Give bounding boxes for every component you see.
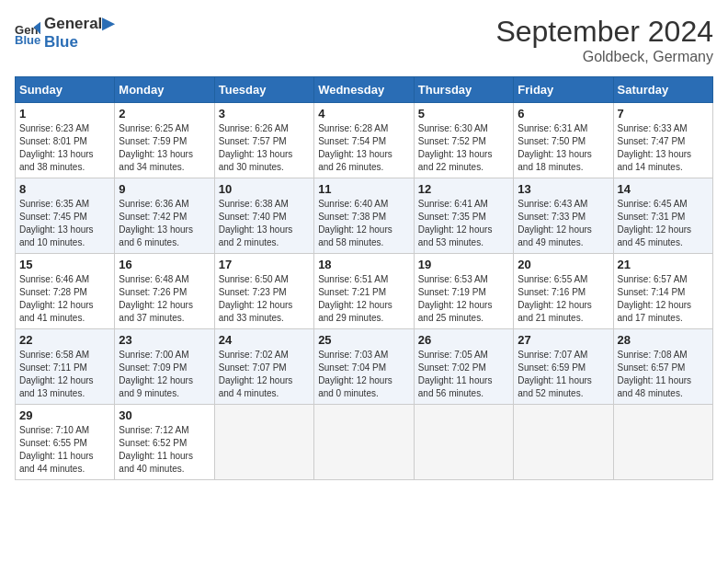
- day-cell: 3Sunrise: 6:26 AM Sunset: 7:57 PM Daylig…: [214, 103, 313, 178]
- day-cell: [214, 405, 313, 480]
- calendar-table: SundayMondayTuesdayWednesdayThursdayFrid…: [15, 76, 713, 480]
- day-info: Sunrise: 7:02 AM Sunset: 7:07 PM Dayligh…: [219, 349, 310, 400]
- day-cell: 5Sunrise: 6:30 AM Sunset: 7:52 PM Daylig…: [414, 103, 513, 178]
- day-number: 30: [119, 408, 210, 422]
- day-cell: 22Sunrise: 6:58 AM Sunset: 7:11 PM Dayli…: [16, 329, 115, 405]
- day-number: 12: [418, 182, 509, 196]
- week-row-4: 22Sunrise: 6:58 AM Sunset: 7:11 PM Dayli…: [16, 329, 713, 405]
- day-number: 20: [518, 258, 609, 271]
- week-row-5: 29Sunrise: 7:10 AM Sunset: 6:55 PM Dayli…: [16, 405, 713, 480]
- day-cell: 21Sunrise: 6:57 AM Sunset: 7:14 PM Dayli…: [613, 254, 712, 329]
- location-title: Goldbeck, Germany: [495, 49, 713, 65]
- day-number: 18: [318, 258, 410, 271]
- day-info: Sunrise: 6:33 AM Sunset: 7:47 PM Dayligh…: [618, 122, 709, 174]
- day-cell: 12Sunrise: 6:41 AM Sunset: 7:35 PM Dayli…: [414, 178, 513, 254]
- day-info: Sunrise: 6:31 AM Sunset: 7:50 PM Dayligh…: [518, 122, 609, 174]
- day-cell: 26Sunrise: 7:05 AM Sunset: 7:02 PM Dayli…: [414, 329, 513, 405]
- day-cell: [613, 405, 712, 480]
- day-number: 8: [19, 182, 110, 196]
- day-info: Sunrise: 6:53 AM Sunset: 7:19 PM Dayligh…: [418, 273, 509, 325]
- day-cell: 18Sunrise: 6:51 AM Sunset: 7:21 PM Dayli…: [314, 254, 415, 329]
- day-number: 7: [618, 107, 709, 121]
- month-title: September 2024: [495, 15, 713, 49]
- day-info: Sunrise: 6:46 AM Sunset: 7:28 PM Dayligh…: [19, 273, 110, 325]
- day-cell: 6Sunrise: 6:31 AM Sunset: 7:50 PM Daylig…: [514, 103, 613, 178]
- day-number: 15: [19, 258, 110, 271]
- col-header-tuesday: Tuesday: [214, 77, 313, 103]
- day-cell: 16Sunrise: 6:48 AM Sunset: 7:26 PM Dayli…: [115, 254, 214, 329]
- day-info: Sunrise: 6:38 AM Sunset: 7:40 PM Dayligh…: [219, 198, 310, 249]
- day-info: Sunrise: 6:57 AM Sunset: 7:14 PM Dayligh…: [618, 273, 709, 325]
- day-cell: [314, 405, 415, 480]
- day-info: Sunrise: 6:35 AM Sunset: 7:45 PM Dayligh…: [19, 198, 110, 249]
- day-info: Sunrise: 7:00 AM Sunset: 7:09 PM Dayligh…: [119, 349, 210, 400]
- day-cell: 4Sunrise: 6:28 AM Sunset: 7:54 PM Daylig…: [314, 103, 415, 178]
- day-number: 1: [19, 107, 110, 121]
- day-info: Sunrise: 6:30 AM Sunset: 7:52 PM Dayligh…: [418, 122, 509, 174]
- day-info: Sunrise: 7:08 AM Sunset: 6:57 PM Dayligh…: [618, 349, 709, 400]
- day-cell: 2Sunrise: 6:25 AM Sunset: 7:59 PM Daylig…: [115, 103, 214, 178]
- day-number: 27: [518, 333, 609, 347]
- day-cell: 23Sunrise: 7:00 AM Sunset: 7:09 PM Dayli…: [115, 329, 214, 405]
- day-info: Sunrise: 7:03 AM Sunset: 7:04 PM Dayligh…: [318, 349, 410, 400]
- day-cell: 19Sunrise: 6:53 AM Sunset: 7:19 PM Dayli…: [414, 254, 513, 329]
- day-number: 29: [19, 408, 110, 422]
- col-header-friday: Friday: [514, 77, 613, 103]
- day-number: 3: [219, 107, 310, 121]
- day-info: Sunrise: 6:25 AM Sunset: 7:59 PM Dayligh…: [119, 122, 210, 174]
- day-info: Sunrise: 6:58 AM Sunset: 7:11 PM Dayligh…: [19, 349, 110, 400]
- day-number: 28: [618, 333, 709, 347]
- day-cell: 20Sunrise: 6:55 AM Sunset: 7:16 PM Dayli…: [514, 254, 613, 329]
- day-number: 5: [418, 107, 509, 121]
- day-cell: 29Sunrise: 7:10 AM Sunset: 6:55 PM Dayli…: [16, 405, 115, 480]
- day-number: 25: [318, 333, 410, 347]
- day-info: Sunrise: 6:43 AM Sunset: 7:33 PM Dayligh…: [518, 198, 609, 249]
- day-cell: 28Sunrise: 7:08 AM Sunset: 6:57 PM Dayli…: [613, 329, 712, 405]
- day-cell: 11Sunrise: 6:40 AM Sunset: 7:38 PM Dayli…: [314, 178, 415, 254]
- day-number: 6: [518, 107, 609, 121]
- day-info: Sunrise: 6:23 AM Sunset: 8:01 PM Dayligh…: [19, 122, 110, 174]
- week-row-3: 15Sunrise: 6:46 AM Sunset: 7:28 PM Dayli…: [16, 254, 713, 329]
- week-row-2: 8Sunrise: 6:35 AM Sunset: 7:45 PM Daylig…: [16, 178, 713, 254]
- day-number: 24: [219, 333, 310, 347]
- svg-text:Blue: Blue: [15, 33, 40, 46]
- day-info: Sunrise: 6:41 AM Sunset: 7:35 PM Dayligh…: [418, 198, 509, 249]
- day-cell: 24Sunrise: 7:02 AM Sunset: 7:07 PM Dayli…: [214, 329, 313, 405]
- day-number: 2: [119, 107, 210, 121]
- day-cell: 14Sunrise: 6:45 AM Sunset: 7:31 PM Dayli…: [613, 178, 712, 254]
- col-header-wednesday: Wednesday: [314, 77, 415, 103]
- day-info: Sunrise: 6:48 AM Sunset: 7:26 PM Dayligh…: [119, 273, 210, 325]
- day-number: 17: [219, 258, 310, 271]
- col-header-monday: Monday: [115, 77, 214, 103]
- day-info: Sunrise: 7:07 AM Sunset: 6:59 PM Dayligh…: [518, 349, 609, 400]
- day-cell: 7Sunrise: 6:33 AM Sunset: 7:47 PM Daylig…: [613, 103, 712, 178]
- day-info: Sunrise: 6:51 AM Sunset: 7:21 PM Dayligh…: [318, 273, 410, 325]
- day-cell: 25Sunrise: 7:03 AM Sunset: 7:04 PM Dayli…: [314, 329, 415, 405]
- day-info: Sunrise: 6:50 AM Sunset: 7:23 PM Dayligh…: [219, 273, 310, 325]
- day-cell: 1Sunrise: 6:23 AM Sunset: 8:01 PM Daylig…: [16, 103, 115, 178]
- day-info: Sunrise: 6:40 AM Sunset: 7:38 PM Dayligh…: [318, 198, 410, 249]
- header: General Blue General▶ Blue September 202…: [15, 15, 713, 65]
- day-info: Sunrise: 6:36 AM Sunset: 7:42 PM Dayligh…: [119, 198, 210, 249]
- day-cell: 10Sunrise: 6:38 AM Sunset: 7:40 PM Dayli…: [214, 178, 313, 254]
- day-number: 14: [618, 182, 709, 196]
- title-area: September 2024 Goldbeck, Germany: [495, 15, 713, 65]
- day-number: 9: [119, 182, 210, 196]
- day-number: 13: [518, 182, 609, 196]
- day-number: 23: [119, 333, 210, 347]
- day-number: 26: [418, 333, 509, 347]
- day-cell: 13Sunrise: 6:43 AM Sunset: 7:33 PM Dayli…: [514, 178, 613, 254]
- day-cell: [514, 405, 613, 480]
- week-row-1: 1Sunrise: 6:23 AM Sunset: 8:01 PM Daylig…: [16, 103, 713, 178]
- day-number: 21: [618, 258, 709, 271]
- col-header-thursday: Thursday: [414, 77, 513, 103]
- day-info: Sunrise: 6:45 AM Sunset: 7:31 PM Dayligh…: [618, 198, 709, 249]
- day-cell: 17Sunrise: 6:50 AM Sunset: 7:23 PM Dayli…: [214, 254, 313, 329]
- day-info: Sunrise: 7:05 AM Sunset: 7:02 PM Dayligh…: [418, 349, 509, 400]
- day-cell: 9Sunrise: 6:36 AM Sunset: 7:42 PM Daylig…: [115, 178, 214, 254]
- day-number: 11: [318, 182, 410, 196]
- day-info: Sunrise: 6:55 AM Sunset: 7:16 PM Dayligh…: [518, 273, 609, 325]
- day-cell: 15Sunrise: 6:46 AM Sunset: 7:28 PM Dayli…: [16, 254, 115, 329]
- day-cell: 8Sunrise: 6:35 AM Sunset: 7:45 PM Daylig…: [16, 178, 115, 254]
- day-info: Sunrise: 6:28 AM Sunset: 7:54 PM Dayligh…: [318, 122, 410, 174]
